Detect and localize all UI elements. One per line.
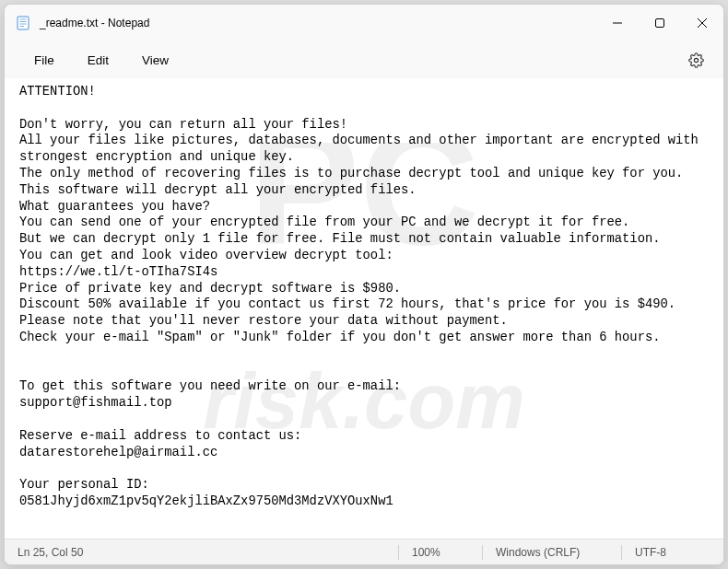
notepad-icon (16, 16, 30, 30)
text-editor[interactable]: ATTENTION! Don't worry, you can return a… (5, 78, 723, 539)
window-title: _readme.txt - Notepad (40, 17, 596, 29)
editor-content: PC risk.com ATTENTION! Don't worry, you … (5, 78, 723, 539)
status-zoom[interactable]: 100% (399, 540, 482, 564)
svg-point-9 (694, 58, 698, 62)
status-position: Ln 25, Col 50 (5, 540, 398, 564)
svg-rect-0 (18, 17, 29, 29)
status-line-ending: Windows (CRLF) (483, 540, 621, 564)
notepad-window: _readme.txt - Notepad File Edit View PC (4, 4, 724, 565)
menu-edit[interactable]: Edit (71, 48, 125, 73)
svg-rect-6 (656, 19, 664, 28)
minimize-icon (613, 18, 622, 28)
titlebar[interactable]: _readme.txt - Notepad (5, 5, 723, 41)
menu-view[interactable]: View (125, 48, 185, 73)
menu-file[interactable]: File (18, 48, 71, 73)
maximize-button[interactable] (639, 5, 681, 41)
statusbar: Ln 25, Col 50 100% Windows (CRLF) UTF-8 (5, 539, 723, 564)
minimize-button[interactable] (596, 5, 639, 41)
close-button[interactable] (681, 5, 723, 41)
settings-button[interactable] (681, 45, 710, 75)
close-icon (698, 18, 707, 28)
menubar: File Edit View (5, 41, 723, 78)
gear-icon (688, 52, 704, 68)
maximize-icon (655, 18, 664, 28)
window-controls (596, 5, 723, 41)
status-encoding: UTF-8 (622, 540, 723, 564)
